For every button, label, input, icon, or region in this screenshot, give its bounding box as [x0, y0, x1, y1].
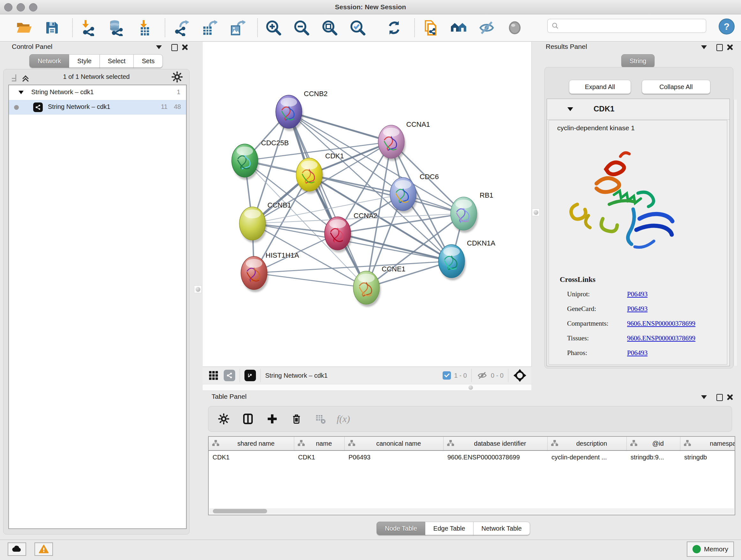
show-columns-icon[interactable]: [240, 411, 256, 427]
import-table-from-file-icon[interactable]: [135, 18, 154, 38]
network-node-CDK1[interactable]: [296, 158, 324, 194]
network-node-CCNB2[interactable]: [276, 95, 303, 131]
protein-collapse-icon[interactable]: [567, 107, 573, 111]
network-node-CCNA2[interactable]: [325, 217, 352, 253]
column-header-namespace[interactable]: namespace: [680, 437, 735, 450]
collection-expand-icon[interactable]: [18, 91, 23, 94]
left-splitter-handle[interactable]: [194, 286, 202, 293]
crosslink-value-link[interactable]: 9606.ENSP00000378699: [627, 320, 695, 327]
memory-button[interactable]: Memory: [687, 542, 734, 557]
table-horizontal-scrollbar[interactable]: [209, 508, 734, 514]
collapse-all-button[interactable]: Collapse All: [642, 80, 711, 94]
column-header-id[interactable]: @id: [627, 437, 680, 450]
table-cell[interactable]: cyclin-dependent ...: [548, 451, 627, 464]
network-collection-row[interactable]: String Network – cdk1 1: [9, 85, 186, 100]
new-network-from-selection-icon[interactable]: [421, 18, 441, 38]
protein-section-header[interactable]: CDK1: [547, 99, 730, 120]
horizontal-splitter[interactable]: [203, 384, 531, 391]
results-panel-float-icon[interactable]: [717, 44, 723, 51]
table-row[interactable]: CDK1CDK1P064939606.ENSP00000378699cyclin…: [209, 451, 735, 464]
zoom-fit-icon[interactable]: [320, 18, 340, 38]
zoom-selected-icon[interactable]: [348, 18, 367, 38]
column-header-databaseidentifier[interactable]: database identifier: [444, 437, 548, 450]
tab-node-table[interactable]: Node Table: [377, 522, 425, 535]
crosslink-value-link[interactable]: P06493: [627, 305, 648, 313]
column-header-name[interactable]: name: [294, 437, 345, 450]
table-panel-collapse-icon[interactable]: [701, 395, 707, 399]
results-panel-collapse-icon[interactable]: [701, 45, 707, 49]
export-image-icon[interactable]: [227, 18, 247, 38]
network-edge[interactable]: [289, 112, 366, 288]
control-panel-close-icon[interactable]: [182, 44, 188, 51]
export-table-icon[interactable]: [199, 18, 219, 38]
first-neighbors-icon[interactable]: [449, 18, 468, 38]
network-node-CCNB1[interactable]: [239, 207, 267, 243]
network-edge[interactable]: [289, 112, 391, 142]
fit-selected-crosshair-icon[interactable]: [513, 368, 527, 382]
open-session-icon[interactable]: [14, 18, 34, 38]
tab-edge-table[interactable]: Edge Table: [425, 522, 474, 535]
zoom-in-icon[interactable]: [264, 18, 283, 38]
splitter-handle[interactable]: [468, 385, 473, 390]
node-label-RB1: RB1: [480, 191, 493, 199]
crosslink-value-link[interactable]: P06493: [627, 290, 648, 298]
tab-network[interactable]: Network: [29, 54, 69, 68]
crosslink-value-link[interactable]: P06493: [627, 349, 648, 357]
zoom-out-icon[interactable]: [292, 18, 312, 38]
tab-string[interactable]: String: [621, 54, 655, 68]
expand-all-button[interactable]: Expand All: [569, 80, 631, 94]
column-header-sharedname[interactable]: shared name: [209, 437, 294, 450]
table-cell[interactable]: P06493: [345, 451, 444, 464]
cloud-status-button[interactable]: [8, 543, 26, 556]
table-cell[interactable]: stringdb: [680, 451, 735, 464]
warnings-button[interactable]: [35, 543, 53, 556]
selected-nodes-checkbox[interactable]: [443, 371, 451, 380]
results-scrollbar[interactable]: [734, 100, 737, 366]
search-input[interactable]: [559, 22, 706, 30]
open-in-browser-icon[interactable]: [245, 370, 256, 381]
node-label-CDC25B: CDC25B: [261, 139, 289, 147]
save-session-icon[interactable]: [42, 18, 62, 38]
right-splitter-handle[interactable]: [532, 208, 540, 216]
control-panel-float-icon[interactable]: [172, 44, 178, 51]
network-options-gear-icon[interactable]: [172, 71, 183, 84]
tab-sets[interactable]: Sets: [133, 54, 163, 68]
import-network-from-database-icon[interactable]: [107, 18, 126, 38]
tab-network-table[interactable]: Network Table: [473, 522, 530, 535]
network-canvas[interactable]: CCNB2CCNA1CDC25BCDK1CDC6RB1CCNB1CCNA2CDK…: [203, 42, 532, 367]
results-panel-close-icon[interactable]: [727, 44, 733, 51]
network-row[interactable]: String Network – cdk1 11 48: [9, 100, 186, 115]
table-panel-float-icon[interactable]: [717, 394, 723, 401]
table-cell[interactable]: stringdb:9...: [627, 451, 680, 464]
table-panel-close-icon[interactable]: [727, 394, 733, 400]
add-column-icon[interactable]: [264, 411, 280, 427]
network-edge[interactable]: [254, 273, 366, 288]
table-options-gear-icon[interactable]: [215, 411, 232, 427]
refresh-view-icon[interactable]: [384, 18, 404, 38]
control-panel-collapse-icon[interactable]: [156, 45, 162, 49]
crosslink-value-link[interactable]: 9606.ENSP00000378699: [627, 334, 695, 342]
tab-style[interactable]: Style: [69, 54, 99, 68]
table-panel-tabs: Node TableEdge TableNetwork Table: [377, 522, 530, 535]
table-cell[interactable]: 9606.ENSP00000378699: [444, 451, 548, 464]
network-node-CCNA1[interactable]: [378, 125, 406, 161]
export-network-icon[interactable]: [171, 18, 191, 38]
tab-select[interactable]: Select: [99, 54, 134, 68]
scrollbar-thumb[interactable]: [213, 509, 267, 513]
hide-selected-icon[interactable]: [477, 18, 496, 38]
birds-eye-view-icon[interactable]: [207, 369, 220, 382]
hidden-items-eye-icon[interactable]: [476, 369, 488, 381]
column-header-canonicalname[interactable]: canonical name: [345, 437, 444, 450]
network-node-RB1[interactable]: [451, 197, 478, 233]
help-icon[interactable]: ?: [719, 18, 735, 35]
column-header-description[interactable]: description: [548, 437, 627, 450]
show-all-icon[interactable]: [505, 18, 525, 38]
network-node-CDKN1A[interactable]: [439, 245, 466, 280]
delete-column-trash-icon[interactable]: [288, 411, 305, 427]
table-cell[interactable]: CDK1: [294, 451, 345, 464]
table-cell[interactable]: CDK1: [209, 451, 294, 464]
network-node-CCNE1[interactable]: [353, 271, 381, 307]
network-node-HIST1H1A[interactable]: [241, 256, 268, 292]
string-view-icon[interactable]: [224, 370, 235, 381]
import-network-from-file-icon[interactable]: [78, 18, 98, 38]
